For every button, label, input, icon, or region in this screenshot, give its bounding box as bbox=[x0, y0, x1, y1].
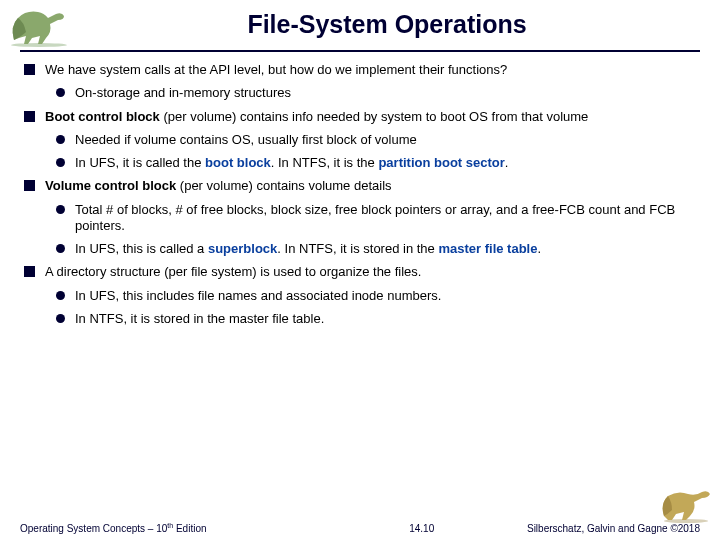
circle-bullet-icon bbox=[56, 205, 65, 214]
square-bullet-icon bbox=[24, 180, 35, 191]
circle-bullet-icon bbox=[56, 244, 65, 253]
bullet-1-1: On-storage and in-memory structures bbox=[56, 85, 696, 101]
bullet-3-text: Volume control block (per volume) contai… bbox=[45, 178, 696, 194]
bullet-4-1: In UFS, this includes file names and ass… bbox=[56, 288, 696, 304]
square-bullet-icon bbox=[24, 266, 35, 277]
bullet-4-2: In NTFS, it is stored in the master file… bbox=[56, 311, 696, 327]
bullet-3-2: In UFS, this is called a superblock. In … bbox=[56, 241, 696, 257]
bullet-4-text: A directory structure (per file system) … bbox=[45, 264, 696, 280]
bullet-2-1-text: Needed if volume contains OS, usually fi… bbox=[75, 132, 696, 148]
dinosaur-left-icon bbox=[4, 6, 74, 48]
bullet-4-1-text: In UFS, this includes file names and ass… bbox=[75, 288, 696, 304]
bullet-2-1: Needed if volume contains OS, usually fi… bbox=[56, 132, 696, 148]
circle-bullet-icon bbox=[56, 158, 65, 167]
bullet-2-text: Boot control block (per volume) contains… bbox=[45, 109, 696, 125]
title-divider bbox=[20, 50, 700, 52]
circle-bullet-icon bbox=[56, 88, 65, 97]
slide-footer: Operating System Concepts – 10th Edition… bbox=[0, 522, 720, 534]
bullet-3-1: Total # of blocks, # of free blocks, blo… bbox=[56, 202, 696, 235]
bullet-4-2-text: In NTFS, it is stored in the master file… bbox=[75, 311, 696, 327]
circle-bullet-icon bbox=[56, 314, 65, 323]
bullet-3-1-text: Total # of blocks, # of free blocks, blo… bbox=[75, 202, 696, 235]
bullet-3-2-text: In UFS, this is called a superblock. In … bbox=[75, 241, 696, 257]
bullet-2-2-text: In UFS, it is called the boot block. In … bbox=[75, 155, 696, 171]
dinosaur-right-icon bbox=[658, 488, 714, 524]
bullet-1: We have system calls at the API level, b… bbox=[24, 62, 696, 78]
footer-left: Operating System Concepts – 10th Edition bbox=[20, 522, 207, 534]
footer-right: Silberschatz, Galvin and Gagne ©2018 bbox=[527, 523, 700, 534]
circle-bullet-icon bbox=[56, 135, 65, 144]
slide-title: File-System Operations bbox=[74, 6, 700, 39]
slide-header: File-System Operations bbox=[0, 0, 720, 48]
bullet-1-1-text: On-storage and in-memory structures bbox=[75, 85, 696, 101]
bullet-4: A directory structure (per file system) … bbox=[24, 264, 696, 280]
circle-bullet-icon bbox=[56, 291, 65, 300]
square-bullet-icon bbox=[24, 111, 35, 122]
bullet-2-2: In UFS, it is called the boot block. In … bbox=[56, 155, 696, 171]
bullet-1-text: We have system calls at the API level, b… bbox=[45, 62, 696, 78]
square-bullet-icon bbox=[24, 64, 35, 75]
bullet-3: Volume control block (per volume) contai… bbox=[24, 178, 696, 194]
footer-page-number: 14.10 bbox=[207, 523, 527, 534]
bullet-2: Boot control block (per volume) contains… bbox=[24, 109, 696, 125]
slide-content: We have system calls at the API level, b… bbox=[0, 62, 720, 327]
